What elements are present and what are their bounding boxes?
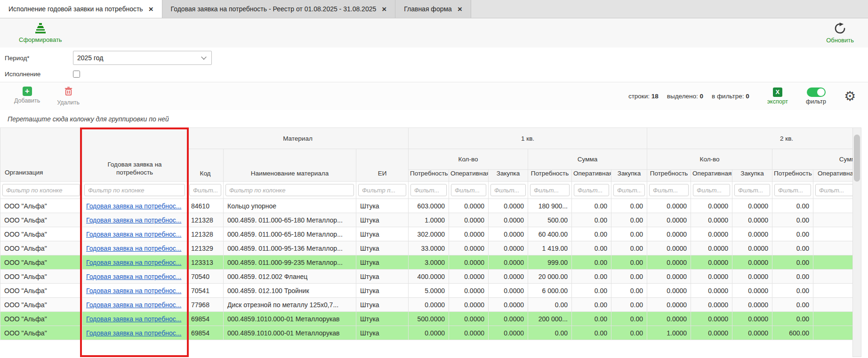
annual-request-link[interactable]: Годовая заявка на потребнос... (86, 245, 181, 252)
column-header[interactable]: Закупка (732, 170, 772, 182)
column-header[interactable]: Потребность (647, 170, 691, 182)
column-filter-input[interactable] (574, 184, 609, 196)
cell: 0.0000 (732, 241, 772, 255)
annual-request-link[interactable]: Годовая заявка на потребнос... (86, 315, 181, 323)
cell: 70541 (187, 284, 224, 298)
annual-request-link[interactable]: Годовая заявка на потребнос... (86, 273, 181, 280)
column-filter-input[interactable] (530, 184, 570, 196)
column-header[interactable]: Закупка (611, 170, 647, 182)
cell: 0.0000 (489, 312, 528, 326)
column-header[interactable]: ЕИ (356, 149, 409, 182)
table-row[interactable]: ООО "Альфа"Годовая заявка на потребнос..… (0, 255, 868, 270)
column-filter-input[interactable] (189, 184, 221, 196)
column-filter-input[interactable] (693, 184, 730, 196)
cell: 0.0000 (691, 227, 732, 241)
column-filter-input[interactable] (410, 184, 447, 196)
column-header[interactable]: Оперативная (572, 170, 611, 182)
annual-request-link[interactable]: Годовая заявка на потребнос... (86, 216, 181, 224)
gear-icon[interactable]: ⚙ (844, 90, 856, 103)
refresh-button[interactable]: Обновить (826, 23, 854, 44)
column-header[interactable]: Оперативная (691, 170, 732, 182)
table-row[interactable]: ООО "Альфа"Годовая заявка на потребнос..… (0, 227, 868, 241)
refresh-label: Обновить (826, 37, 854, 44)
annual-request-cell: Годовая заявка на потребнос... (82, 241, 187, 255)
column-header[interactable]: Потребность (409, 170, 449, 182)
cell: 0.00 (572, 326, 611, 340)
column-header[interactable]: Закупка (489, 170, 528, 182)
column-filter-input[interactable] (774, 184, 811, 196)
generate-button[interactable]: Сформировать (19, 23, 62, 43)
column-header[interactable]: Оперативная (449, 170, 489, 182)
tab-main-form[interactable]: Главная форма × (395, 0, 471, 18)
column-header[interactable]: Годовая заявка на потребность (82, 128, 187, 182)
cell: 0.0000 (691, 255, 732, 270)
generate-label: Сформировать (19, 36, 62, 43)
column-header[interactable]: Потребность (528, 170, 572, 182)
table-row[interactable]: ООО "Альфа"Годовая заявка на потребнос..… (0, 270, 868, 284)
cell: 60 400.00 (528, 227, 572, 241)
delete-button[interactable]: Удалить (57, 87, 80, 106)
table-row[interactable]: ООО "Альфа"Годовая заявка на потребнос..… (0, 199, 868, 213)
export-label: экспорт (767, 98, 788, 105)
column-header[interactable]: Потребность (772, 170, 813, 182)
table-row[interactable]: ООО "Альфа"Годовая заявка на потребнос..… (0, 284, 868, 298)
filter-toggle-button[interactable]: фильтр (806, 88, 826, 105)
annual-request-link[interactable]: Годовая заявка на потребнос... (86, 259, 181, 266)
table-row[interactable]: ООО "Альфа"Годовая заявка на потребнос..… (0, 312, 868, 326)
cell: 0.0000 (647, 199, 691, 213)
annual-request-cell: Годовая заявка на потребнос... (82, 199, 187, 213)
table-row[interactable]: ООО "Альфа"Годовая заявка на потребнос..… (0, 213, 868, 227)
cell: 0.0000 (449, 270, 489, 284)
filter-cell (611, 182, 647, 199)
column-filter-input[interactable] (358, 184, 406, 196)
tab-registry[interactable]: Годовая заявка на потребность - Реестр о… (162, 0, 396, 18)
close-icon[interactable]: × (458, 5, 462, 13)
column-filter-input[interactable] (613, 184, 645, 196)
scrollbar-thumb[interactable] (854, 135, 860, 182)
cell: 000.4859. 011.000-65-180 Металлор... (224, 213, 356, 227)
period-select-wrap: 2025 год (73, 51, 212, 65)
column-filter-input[interactable] (84, 184, 185, 196)
table-row[interactable]: ООО "Альфа"Годовая заявка на потребнос..… (0, 298, 868, 312)
vertical-scrollbar[interactable] (852, 127, 861, 357)
cell: 0.0000 (732, 270, 772, 284)
column-header[interactable]: Код (187, 149, 224, 182)
cell: 0.0000 (691, 284, 732, 298)
period-select[interactable]: 2025 год (73, 51, 212, 65)
tab-execution[interactable]: Исполнение годовой заявки на потребность… (0, 0, 162, 18)
cell: 000.4859. 011.000-95-136 Металлор... (224, 241, 356, 255)
column-filter-input[interactable] (490, 184, 526, 196)
cell: 0.00 (772, 270, 813, 284)
export-button[interactable]: X экспорт (767, 88, 788, 105)
annual-request-link[interactable]: Годовая заявка на потребнос... (86, 301, 181, 309)
column-group-header: 2 кв. (647, 128, 868, 149)
cell: 0.00 (611, 326, 647, 340)
table-row[interactable]: ООО "Альфа"Годовая заявка на потребнос..… (0, 326, 868, 340)
cell: 69854 (187, 312, 224, 326)
cell: 0.00 (611, 312, 647, 326)
execution-checkbox[interactable] (73, 71, 80, 78)
cell: 0.0000 (449, 255, 489, 270)
add-button[interactable]: + Добавить (14, 87, 40, 106)
annual-request-link[interactable]: Годовая заявка на потребнос... (86, 329, 181, 337)
cell: 0.0000 (449, 312, 489, 326)
annual-request-link[interactable]: Годовая заявка на потребнос... (86, 231, 181, 238)
column-filter-input[interactable] (451, 184, 486, 196)
column-filter-input[interactable] (225, 184, 354, 196)
column-filter-input[interactable] (649, 184, 689, 196)
annual-request-link[interactable]: Годовая заявка на потребнос... (86, 287, 181, 294)
tab-bar: Исполнение годовой заявки на потребность… (0, 0, 868, 18)
column-header[interactable]: Наименование материала (224, 149, 356, 182)
column-filter-input[interactable] (2, 184, 80, 196)
cell: 0.0000 (691, 326, 732, 340)
table-row[interactable]: ООО "Альфа"Годовая заявка на потребнос..… (0, 241, 868, 255)
cell: 0.00 (572, 227, 611, 241)
cell: 0.00 (611, 298, 647, 312)
cell: 0.00 (572, 312, 611, 326)
annual-request-link[interactable]: Годовая заявка на потребнос... (86, 202, 181, 210)
close-icon[interactable]: × (382, 5, 386, 13)
close-icon[interactable]: × (149, 5, 153, 13)
column-header[interactable]: Организация (0, 128, 82, 182)
filter-toggle-icon[interactable] (807, 88, 826, 97)
column-filter-input[interactable] (734, 184, 770, 196)
